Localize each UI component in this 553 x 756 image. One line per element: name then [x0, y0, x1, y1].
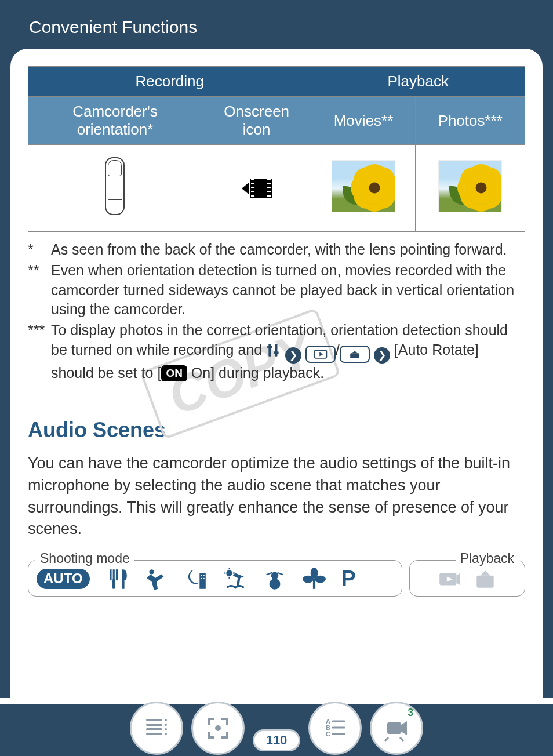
footnote-3-mark: ***	[28, 321, 51, 383]
mode-strip: Shooting mode AUTO P Playback	[28, 560, 525, 597]
svg-rect-3	[275, 344, 277, 357]
svg-rect-17	[203, 575, 204, 576]
mode-night-icon	[184, 567, 208, 591]
table-sub-movies: Movies**	[334, 112, 394, 129]
svg-point-45	[165, 733, 167, 735]
svg-point-26	[269, 579, 280, 590]
svg-marker-8	[352, 351, 358, 353]
footnote-2: Even when orientation detection is turne…	[51, 261, 525, 319]
mode-snow-icon	[263, 567, 287, 591]
svg-rect-37	[476, 575, 493, 587]
playback-movie-key-icon	[305, 346, 336, 363]
footer-nav: 110 ABC 3	[0, 698, 553, 756]
svg-marker-54	[401, 721, 407, 735]
svg-rect-9	[350, 353, 359, 358]
footer-fullscreen-button[interactable]	[191, 702, 245, 755]
page-card: COPY Recording Playback Camcorder's orie…	[10, 49, 543, 706]
playback-movie-icon	[437, 567, 461, 591]
svg-point-30	[303, 575, 314, 583]
mode-auto-pill: AUTO	[37, 569, 90, 589]
mode-food-icon	[105, 567, 129, 591]
mode-sports-icon	[144, 567, 169, 591]
settings-sliders-icon	[266, 342, 281, 358]
cell-photo-thumb	[416, 145, 525, 232]
table-head-recording: Recording	[28, 67, 311, 97]
svg-point-42	[165, 719, 167, 721]
table-sub-onscreen: Onscreen icon	[224, 103, 289, 138]
svg-point-31	[315, 575, 326, 583]
svg-marker-36	[481, 570, 490, 575]
playback-photo-key-icon	[340, 346, 370, 363]
next-arrow-icon: ❯	[285, 347, 301, 364]
on-badge: ON	[161, 365, 187, 381]
svg-line-55	[385, 737, 388, 741]
svg-rect-10	[110, 569, 111, 580]
cell-movie-thumb	[311, 145, 416, 232]
svg-rect-16	[201, 575, 202, 576]
svg-rect-15	[199, 573, 206, 588]
footer-camera-button[interactable]: 3	[370, 702, 423, 755]
footnote-2-mark: **	[28, 261, 51, 319]
svg-marker-7	[319, 352, 323, 356]
page-header: Convenient Functions	[0, 0, 553, 49]
svg-rect-19	[203, 578, 204, 579]
svg-point-44	[165, 728, 167, 730]
footer-index-button[interactable]: ABC	[308, 702, 362, 755]
footnote-3: To display photos in the correct orienta…	[51, 321, 525, 383]
svg-rect-18	[201, 578, 202, 579]
playback-mode-group: Playback	[409, 560, 525, 597]
page-header-title: Convenient Functions	[29, 17, 197, 37]
svg-rect-12	[115, 569, 117, 580]
svg-rect-32	[312, 579, 315, 589]
footer-camera-badge: 3	[408, 707, 413, 719]
shooting-mode-group: Shooting mode AUTO P	[28, 560, 402, 597]
sunflower-thumb-1	[332, 160, 395, 212]
mode-beach-icon	[223, 567, 248, 591]
footnotes: * As seen from the back of the camcorder…	[28, 240, 525, 383]
svg-rect-5	[274, 351, 279, 354]
shooting-mode-label: Shooting mode	[35, 551, 134, 566]
svg-rect-13	[112, 579, 115, 589]
section-body-audio-scenes: You can have the camcorder optimize the …	[28, 453, 525, 540]
footnote-3-part-c: On] during playback.	[187, 365, 324, 381]
cell-orientation-icon	[28, 145, 202, 232]
svg-point-46	[216, 726, 220, 730]
page-number: 110	[253, 729, 301, 751]
table-head-playback: Playback	[311, 67, 525, 97]
svg-point-20	[226, 570, 232, 576]
camcorder-vertical-icon	[105, 157, 125, 215]
svg-marker-35	[457, 573, 460, 585]
orientation-table: Recording Playback Camcorder's orientati…	[28, 66, 525, 232]
cell-onscreen-icon	[202, 145, 311, 232]
svg-text:C: C	[326, 730, 330, 737]
next-arrow-icon-2: ❯	[374, 347, 390, 364]
mode-macro-icon	[302, 567, 326, 591]
footnote-1-mark: *	[28, 240, 51, 260]
footer-toc-button[interactable]	[130, 702, 183, 755]
playback-mode-label: Playback	[456, 551, 519, 566]
svg-rect-53	[387, 722, 401, 734]
svg-rect-4	[267, 346, 272, 348]
svg-point-14	[149, 569, 154, 574]
svg-point-43	[165, 724, 167, 726]
table-sub-orientation: Camcorder's orientation*	[72, 103, 158, 138]
section-title-audio-scenes: Audio Scenes	[28, 418, 525, 442]
svg-rect-11	[112, 569, 114, 580]
sunflower-thumb-2	[438, 160, 502, 212]
footnote-1: As seen from the back of the camcorder, …	[51, 240, 525, 260]
mode-p-icon: P	[341, 566, 356, 591]
table-sub-photos: Photos***	[438, 112, 503, 129]
filmstrip-left-icon	[242, 179, 272, 198]
footnote-3-slash: /	[336, 341, 340, 358]
playback-photo-icon	[473, 567, 497, 591]
svg-line-56	[400, 737, 403, 741]
